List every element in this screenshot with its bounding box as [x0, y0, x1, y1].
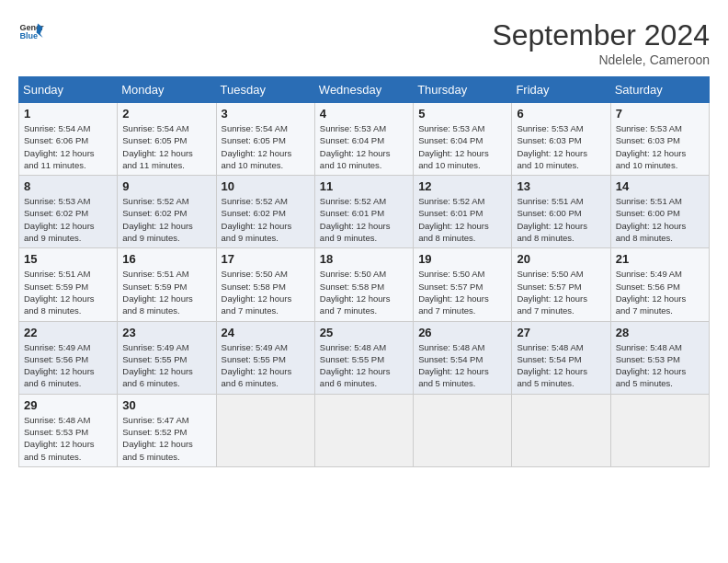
day-info: Sunrise: 5:50 AM Sunset: 5:57 PM Dayligh… — [418, 268, 506, 316]
calendar-cell: 14Sunrise: 5:51 AM Sunset: 6:00 PM Dayli… — [610, 176, 709, 248]
day-number: 10 — [222, 179, 310, 193]
day-number: 24 — [222, 326, 310, 339]
day-number: 19 — [418, 252, 506, 266]
calendar-header: SundayMondayTuesdayWednesdayThursdayFrid… — [19, 77, 710, 103]
title-block: September 2024 Ndelele, Cameroon — [492, 18, 710, 67]
day-info: Sunrise: 5:50 AM Sunset: 5:57 PM Dayligh… — [517, 268, 605, 316]
weekday-header: Wednesday — [314, 77, 413, 103]
weekday-header: Thursday — [414, 77, 512, 103]
calendar-cell: 24Sunrise: 5:49 AM Sunset: 5:55 PM Dayli… — [216, 321, 314, 394]
weekday-header: Saturday — [610, 77, 709, 103]
day-info: Sunrise: 5:52 AM Sunset: 6:01 PM Dayligh… — [418, 195, 506, 244]
calendar-cell: 2Sunrise: 5:54 AM Sunset: 6:05 PM Daylig… — [118, 103, 216, 176]
day-info: Sunrise: 5:51 AM Sunset: 6:00 PM Dayligh… — [616, 195, 704, 244]
day-number: 30 — [122, 398, 210, 412]
day-number: 12 — [418, 179, 506, 193]
calendar-cell — [610, 394, 709, 466]
calendar-week-row: 8Sunrise: 5:53 AM Sunset: 6:02 PM Daylig… — [19, 176, 710, 248]
day-number: 17 — [222, 252, 310, 266]
weekday-row: SundayMondayTuesdayWednesdayThursdayFrid… — [19, 77, 710, 103]
calendar-cell: 27Sunrise: 5:48 AM Sunset: 5:54 PM Dayli… — [512, 321, 610, 394]
calendar-cell — [314, 394, 413, 466]
calendar-cell — [512, 394, 610, 466]
calendar-cell: 29Sunrise: 5:48 AM Sunset: 5:53 PM Dayli… — [19, 394, 118, 466]
page-header: General Blue September 2024 Ndelele, Cam… — [18, 18, 710, 67]
calendar-cell: 28Sunrise: 5:48 AM Sunset: 5:53 PM Dayli… — [610, 321, 709, 394]
day-number: 16 — [122, 252, 210, 266]
weekday-header: Monday — [118, 77, 216, 103]
calendar-week-row: 1Sunrise: 5:54 AM Sunset: 6:06 PM Daylig… — [19, 103, 710, 176]
day-number: 7 — [616, 107, 704, 121]
day-info: Sunrise: 5:53 AM Sunset: 6:04 PM Dayligh… — [418, 122, 506, 171]
calendar-cell: 7Sunrise: 5:53 AM Sunset: 6:03 PM Daylig… — [610, 103, 709, 176]
day-info: Sunrise: 5:49 AM Sunset: 5:56 PM Dayligh… — [616, 268, 704, 316]
calendar-table: SundayMondayTuesdayWednesdayThursdayFrid… — [18, 76, 710, 467]
day-info: Sunrise: 5:48 AM Sunset: 5:53 PM Dayligh… — [616, 341, 704, 390]
day-number: 13 — [517, 179, 605, 193]
calendar-week-row: 29Sunrise: 5:48 AM Sunset: 5:53 PM Dayli… — [19, 394, 710, 466]
day-number: 20 — [517, 252, 605, 266]
day-number: 9 — [122, 179, 210, 193]
day-number: 4 — [320, 107, 408, 121]
month-title: September 2024 — [492, 18, 710, 52]
day-number: 15 — [24, 252, 112, 266]
calendar-cell: 13Sunrise: 5:51 AM Sunset: 6:00 PM Dayli… — [512, 176, 610, 248]
calendar-cell: 1Sunrise: 5:54 AM Sunset: 6:06 PM Daylig… — [19, 103, 118, 176]
weekday-header: Friday — [512, 77, 610, 103]
day-info: Sunrise: 5:53 AM Sunset: 6:04 PM Dayligh… — [320, 122, 408, 171]
day-number: 6 — [517, 107, 605, 121]
weekday-header: Sunday — [19, 77, 118, 103]
day-info: Sunrise: 5:52 AM Sunset: 6:02 PM Dayligh… — [222, 195, 310, 244]
day-info: Sunrise: 5:50 AM Sunset: 5:58 PM Dayligh… — [222, 268, 310, 316]
day-number: 3 — [222, 107, 310, 121]
day-info: Sunrise: 5:54 AM Sunset: 6:05 PM Dayligh… — [222, 122, 310, 171]
svg-text:Blue: Blue — [19, 31, 38, 40]
day-info: Sunrise: 5:50 AM Sunset: 5:58 PM Dayligh… — [320, 268, 408, 316]
calendar-cell: 10Sunrise: 5:52 AM Sunset: 6:02 PM Dayli… — [216, 176, 314, 248]
day-number: 22 — [24, 326, 112, 339]
day-info: Sunrise: 5:47 AM Sunset: 5:52 PM Dayligh… — [122, 414, 210, 463]
calendar-week-row: 22Sunrise: 5:49 AM Sunset: 5:56 PM Dayli… — [19, 321, 710, 394]
day-number: 1 — [24, 107, 112, 121]
logo-icon: General Blue — [18, 18, 44, 44]
calendar-cell: 12Sunrise: 5:52 AM Sunset: 6:01 PM Dayli… — [414, 176, 512, 248]
day-number: 25 — [320, 326, 408, 339]
day-number: 2 — [122, 107, 210, 121]
calendar-cell: 17Sunrise: 5:50 AM Sunset: 5:58 PM Dayli… — [216, 248, 314, 321]
day-number: 8 — [24, 179, 112, 193]
day-info: Sunrise: 5:54 AM Sunset: 6:05 PM Dayligh… — [122, 122, 210, 171]
day-info: Sunrise: 5:53 AM Sunset: 6:03 PM Dayligh… — [616, 122, 704, 171]
calendar-week-row: 15Sunrise: 5:51 AM Sunset: 5:59 PM Dayli… — [19, 248, 710, 321]
day-number: 29 — [24, 398, 112, 412]
calendar-cell: 6Sunrise: 5:53 AM Sunset: 6:03 PM Daylig… — [512, 103, 610, 176]
day-info: Sunrise: 5:54 AM Sunset: 6:06 PM Dayligh… — [24, 122, 112, 171]
calendar-body: 1Sunrise: 5:54 AM Sunset: 6:06 PM Daylig… — [19, 103, 710, 467]
day-info: Sunrise: 5:49 AM Sunset: 5:55 PM Dayligh… — [222, 341, 310, 390]
calendar-cell: 15Sunrise: 5:51 AM Sunset: 5:59 PM Dayli… — [19, 248, 118, 321]
calendar-cell: 25Sunrise: 5:48 AM Sunset: 5:55 PM Dayli… — [314, 321, 413, 394]
day-info: Sunrise: 5:51 AM Sunset: 5:59 PM Dayligh… — [122, 268, 210, 316]
logo: General Blue — [18, 18, 44, 44]
calendar-cell — [216, 394, 314, 466]
calendar-cell: 5Sunrise: 5:53 AM Sunset: 6:04 PM Daylig… — [414, 103, 512, 176]
calendar-cell: 23Sunrise: 5:49 AM Sunset: 5:55 PM Dayli… — [118, 321, 216, 394]
calendar-cell: 26Sunrise: 5:48 AM Sunset: 5:54 PM Dayli… — [414, 321, 512, 394]
day-info: Sunrise: 5:53 AM Sunset: 6:02 PM Dayligh… — [24, 195, 112, 244]
day-number: 14 — [616, 179, 704, 193]
day-number: 23 — [122, 326, 210, 339]
calendar-cell: 22Sunrise: 5:49 AM Sunset: 5:56 PM Dayli… — [19, 321, 118, 394]
calendar-cell: 8Sunrise: 5:53 AM Sunset: 6:02 PM Daylig… — [19, 176, 118, 248]
calendar-cell: 4Sunrise: 5:53 AM Sunset: 6:04 PM Daylig… — [314, 103, 413, 176]
weekday-header: Tuesday — [216, 77, 314, 103]
day-info: Sunrise: 5:48 AM Sunset: 5:54 PM Dayligh… — [517, 341, 605, 390]
location: Ndelele, Cameroon — [492, 52, 710, 67]
day-number: 26 — [418, 326, 506, 339]
day-info: Sunrise: 5:53 AM Sunset: 6:03 PM Dayligh… — [517, 122, 605, 171]
calendar-cell: 9Sunrise: 5:52 AM Sunset: 6:02 PM Daylig… — [118, 176, 216, 248]
day-number: 21 — [616, 252, 704, 266]
day-info: Sunrise: 5:48 AM Sunset: 5:55 PM Dayligh… — [320, 341, 408, 390]
day-info: Sunrise: 5:51 AM Sunset: 6:00 PM Dayligh… — [517, 195, 605, 244]
day-number: 5 — [418, 107, 506, 121]
calendar-cell: 19Sunrise: 5:50 AM Sunset: 5:57 PM Dayli… — [414, 248, 512, 321]
calendar-cell: 21Sunrise: 5:49 AM Sunset: 5:56 PM Dayli… — [610, 248, 709, 321]
